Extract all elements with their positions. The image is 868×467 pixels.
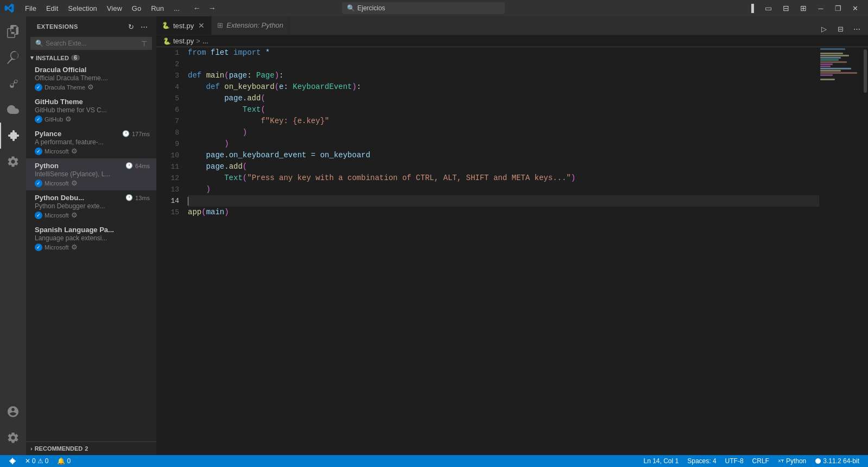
menu-run[interactable]: Run [147, 3, 168, 14]
status-line-ending[interactable]: CRLF [748, 455, 774, 467]
error-count: 0 [32, 457, 36, 465]
status-info[interactable]: 🔔 0 [53, 455, 75, 467]
breadcrumb-rest[interactable]: ... [202, 37, 208, 45]
code-editor[interactable]: 1 2 3 4 5 6 7 8 9 10 11 12 13 14 15 [156, 47, 819, 455]
svg-point-0 [815, 458, 821, 464]
sidebar-extensions: EXTENSIONS ↻ ⋯ 🔍 ⊤ ▾ INSTALLED 6 Dracula… [26, 16, 156, 455]
filter-icon[interactable]: ⊤ [141, 40, 147, 48]
split-editor-button[interactable]: ⊟ [833, 23, 847, 35]
extensions-list: Dracula Official Official Dracula Theme.… [26, 62, 156, 442]
breadcrumb-file[interactable]: test.py [173, 37, 194, 45]
status-python-version[interactable]: 3.11.2 64-bit [810, 455, 864, 467]
tab-ext-python[interactable]: ⊞ Extension: Python [212, 16, 289, 35]
ext-settings-spanish[interactable]: ⚙ [71, 243, 78, 251]
recommended-section[interactable]: › RECOMMENDED 2 [26, 442, 156, 455]
refresh-extensions-button[interactable]: ↻ [125, 21, 137, 33]
ext-settings-pylance[interactable]: ⚙ [71, 147, 78, 155]
ext-name-pylance: Pylance [35, 130, 120, 138]
python-clock-icon: 🕐 [125, 162, 133, 169]
minimize-button[interactable]: ─ [813, 0, 829, 16]
layout-toggle[interactable]: ⊟ [778, 0, 794, 16]
status-position[interactable]: Ln 14, Col 1 [639, 455, 683, 467]
sidebar-layout-button[interactable]: ▭ [761, 0, 777, 16]
extension-spanish[interactable]: Spanish Language Pa... Language pack ext… [26, 222, 156, 254]
menu-file[interactable]: File [21, 3, 41, 14]
menu-view[interactable]: View [103, 3, 126, 14]
python-time: 64ms [135, 163, 150, 169]
ext-author-pylance: Microsoft [45, 148, 69, 155]
activity-test[interactable] [0, 149, 26, 175]
activity-run-debug[interactable] [0, 97, 26, 123]
extension-python[interactable]: Python 🕐 64ms IntelliSense (Pylance), L.… [26, 158, 156, 190]
verified-badge-pylance: ✓ [35, 148, 42, 155]
ext-desc-spanish: Language pack extensi... [35, 234, 150, 242]
forward-button[interactable]: → [206, 2, 219, 14]
activity-settings[interactable] [0, 425, 26, 451]
extensions-search-input[interactable] [46, 40, 139, 47]
main-container: EXTENSIONS ↻ ⋯ 🔍 ⊤ ▾ INSTALLED 6 Dracula… [0, 16, 868, 455]
customize-layout-button[interactable]: ⊞ [795, 0, 812, 16]
activity-source-control[interactable] [0, 71, 26, 97]
activity-search[interactable] [0, 44, 26, 71]
python-version-label: 3.11.2 64-bit [823, 457, 859, 465]
back-button[interactable]: ← [191, 2, 204, 14]
more-actions-button[interactable]: ⋯ [138, 21, 150, 33]
line-num-14: 14 [156, 195, 179, 207]
ext-settings-python[interactable]: ⚙ [71, 179, 78, 187]
run-code-button[interactable]: ▷ [817, 23, 831, 35]
line-ending-label: CRLF [752, 457, 769, 465]
line-num-7: 7 [156, 116, 179, 127]
extension-pylance[interactable]: Pylance 🕐 177ms A performant, feature-..… [26, 126, 156, 158]
status-errors[interactable]: ✕ 0 ⚠ 0 [21, 455, 53, 467]
tab-close-test-py[interactable]: ✕ [197, 21, 206, 30]
ext-name-python-debug: Python Debu... [35, 194, 123, 202]
extension-github-theme[interactable]: GitHub Theme GitHub theme for VS C... ✓ … [26, 94, 156, 126]
ext-desc-pylance: A performant, feature-... [35, 138, 150, 146]
installed-section[interactable]: ▾ INSTALLED 6 [26, 52, 156, 62]
status-spaces[interactable]: Spaces: 4 [683, 455, 720, 467]
status-remote[interactable] [4, 455, 21, 467]
vertical-scrollbar[interactable] [863, 47, 868, 455]
search-placeholder: Ejercicios [357, 4, 385, 12]
global-search-bar[interactable]: 🔍 Ejercicios [342, 2, 505, 14]
ext-settings-dracula[interactable]: ⚙ [87, 83, 94, 91]
close-button[interactable]: ✕ [847, 0, 864, 16]
panel-layout-button[interactable]: ▐ [743, 0, 759, 16]
vscode-icon [4, 3, 14, 13]
more-editor-actions[interactable]: ⋯ [850, 23, 864, 35]
status-language[interactable]: Python [774, 455, 810, 467]
menu-edit[interactable]: Edit [42, 3, 62, 14]
menu-go[interactable]: Go [128, 3, 145, 14]
line-num-11: 11 [156, 161, 179, 172]
ext-settings-github[interactable]: ⚙ [65, 115, 72, 123]
tab-ext-icon: ⊞ [217, 21, 223, 29]
extensions-search-bar[interactable]: 🔍 ⊤ [30, 37, 152, 50]
ext-name-dracula: Dracula Official [35, 66, 150, 74]
line-num-6: 6 [156, 104, 179, 116]
restore-button[interactable]: ❐ [830, 0, 846, 16]
ext-author-python: Microsoft [45, 180, 69, 187]
status-right: Ln 14, Col 1 Spaces: 4 UTF-8 CRLF Python… [639, 455, 864, 467]
ext-settings-pydebug[interactable]: ⚙ [71, 211, 78, 219]
activity-explorer[interactable] [0, 18, 26, 44]
extension-dracula[interactable]: Dracula Official Official Dracula Theme.… [26, 62, 156, 94]
code-line-5: page.add( [188, 93, 819, 104]
tab-test-py-label: test.py [173, 22, 194, 30]
chevron-down-icon: ▾ [30, 54, 34, 61]
extension-python-debug[interactable]: Python Debu... 🕐 13ms Python Debugger ex… [26, 190, 156, 222]
code-line-2 [188, 59, 819, 70]
scrollbar-thumb[interactable] [864, 49, 867, 93]
ext-name-github: GitHub Theme [35, 98, 150, 106]
menu-selection[interactable]: Selection [64, 3, 101, 14]
status-encoding[interactable]: UTF-8 [721, 455, 748, 467]
menu-bar: File Edit Selection View Go Run ... [21, 3, 184, 14]
activity-extensions[interactable] [0, 123, 26, 149]
activity-account[interactable] [0, 399, 26, 425]
minimap [819, 47, 863, 455]
line-num-13: 13 [156, 184, 179, 195]
tab-test-py[interactable]: 🐍 test.py ✕ [156, 16, 212, 35]
position-label: Ln 14, Col 1 [643, 457, 679, 465]
menu-more[interactable]: ... [169, 3, 184, 14]
code-content[interactable]: from flet import * def main(page: Page):… [183, 47, 819, 455]
ext-name-python: Python [35, 162, 123, 170]
